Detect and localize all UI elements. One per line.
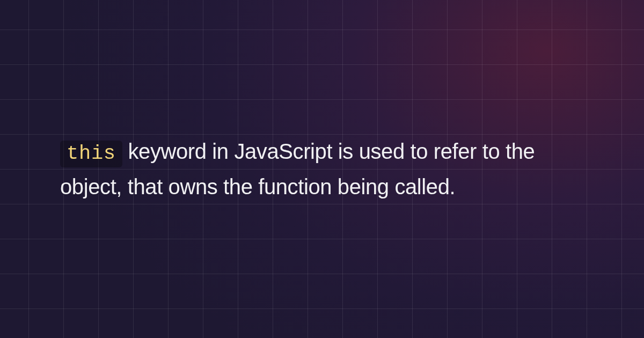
description-rest: keyword in JavaScript is used to refer t… bbox=[60, 139, 535, 199]
content-container: this keyword in JavaScript is used to re… bbox=[0, 0, 644, 338]
code-keyword: this bbox=[60, 141, 122, 167]
description-text: this keyword in JavaScript is used to re… bbox=[60, 134, 584, 204]
